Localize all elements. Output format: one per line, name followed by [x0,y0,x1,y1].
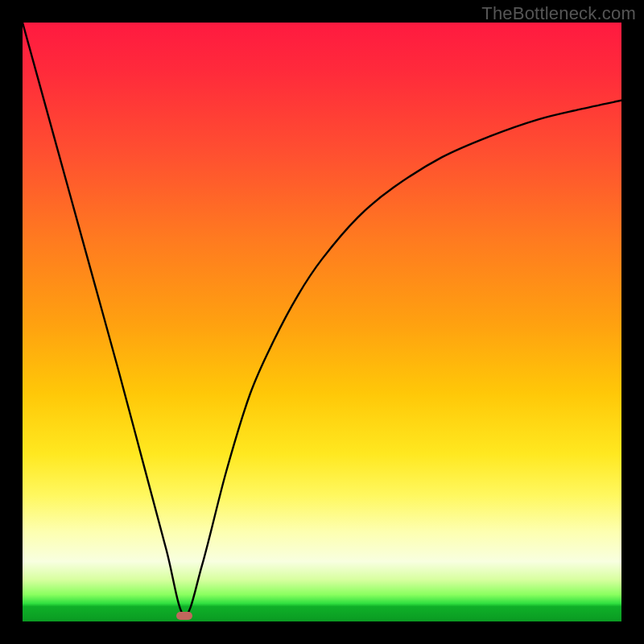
minimum-marker [176,612,192,620]
bottleneck-curve [23,23,621,621]
chart-frame: TheBottleneck.com [0,0,644,644]
attribution-watermark: TheBottleneck.com [481,3,636,24]
chart-plot-area [23,23,621,621]
